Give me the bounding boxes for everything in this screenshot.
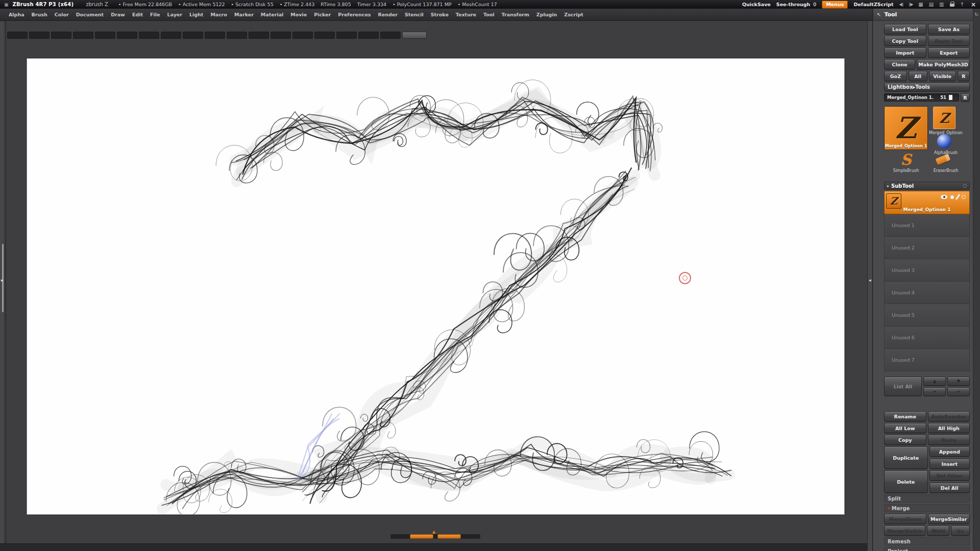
menu-item[interactable]: Macro bbox=[207, 12, 231, 17]
menu-item[interactable]: Material bbox=[257, 12, 287, 17]
menu-item[interactable]: Render bbox=[375, 12, 401, 17]
shelf-scroll-handle[interactable] bbox=[402, 32, 427, 39]
grid-icon[interactable]: ▦ bbox=[918, 2, 923, 7]
polypaint-icon[interactable] bbox=[950, 195, 954, 199]
r-button[interactable]: R bbox=[958, 71, 970, 81]
sculpt-icon[interactable] bbox=[955, 194, 960, 200]
all-low-button[interactable]: All Low bbox=[884, 423, 926, 433]
menu-item[interactable]: File bbox=[146, 12, 163, 17]
visibility-eye-icon[interactable] bbox=[941, 195, 947, 199]
quicksave-button[interactable]: QuickSave bbox=[742, 2, 771, 7]
menu-item[interactable]: Preferences bbox=[334, 12, 374, 17]
rename-button[interactable]: Rename bbox=[884, 411, 926, 421]
del-all-button[interactable]: Del All bbox=[929, 483, 970, 493]
subtool-item-unused[interactable]: Unused 4 bbox=[884, 282, 970, 304]
merge-section-header[interactable]: ▪ Merge bbox=[884, 504, 970, 512]
palette-refresh-icon[interactable]: ↻ bbox=[974, 12, 978, 17]
menu-item[interactable]: Alpha bbox=[5, 12, 28, 17]
make-polymesh3d-button[interactable]: Make PolyMesh3D bbox=[917, 59, 970, 69]
lightbox-tools-button[interactable]: Lightbox▸Tools bbox=[884, 83, 970, 91]
menu-item[interactable]: Draw bbox=[107, 12, 129, 17]
left-tray-toggle-arrow[interactable]: ▸ bbox=[1, 278, 4, 283]
see-through-slider[interactable]: See-through0 bbox=[776, 2, 817, 7]
subtool-thumbnail[interactable]: Z bbox=[886, 193, 901, 209]
menu-item[interactable]: Stroke bbox=[427, 12, 452, 17]
bottom-scroll-handle[interactable] bbox=[437, 534, 461, 539]
load-tool-button[interactable]: Load Tool bbox=[884, 24, 926, 34]
tool-item-eraserbrush[interactable] bbox=[936, 154, 951, 165]
paste-subtool-button[interactable]: Paste bbox=[928, 435, 970, 445]
tool-item-ztool[interactable]: Z bbox=[933, 107, 955, 129]
delete-button[interactable]: Delete bbox=[884, 470, 928, 493]
mergesimilar-button[interactable]: MergeSimilar bbox=[928, 514, 970, 524]
menu-item[interactable]: Document bbox=[72, 12, 107, 17]
default-zscript-button[interactable]: DefaultZScript bbox=[853, 2, 893, 7]
tool-palette-header[interactable]: ↖ Tool bbox=[873, 9, 974, 21]
import-button[interactable]: Import bbox=[884, 47, 926, 58]
subtool-menu-icon[interactable]: ○ bbox=[963, 183, 967, 188]
right-tray-toggle-arrow[interactable]: ◂ bbox=[869, 278, 871, 283]
menu-item[interactable]: Zplugin bbox=[533, 12, 561, 17]
prev-doc-icon[interactable]: ◀|| bbox=[899, 3, 903, 7]
tool-r-button[interactable]: R bbox=[961, 93, 970, 102]
paste-tool-button[interactable]: Paste Tool bbox=[928, 36, 970, 46]
next-doc-icon[interactable]: ||▶ bbox=[909, 3, 913, 7]
palette-pin-icon[interactable]: ↖ bbox=[877, 12, 881, 17]
current-tool-thumbnail[interactable]: Z Merged_Optinon 1 bbox=[884, 106, 928, 150]
menu-item[interactable]: Color bbox=[51, 12, 72, 17]
subtool-section-header[interactable]: ▸ SubTool ○ bbox=[884, 182, 970, 190]
tool-name-slider[interactable]: Merged_Optinon 1. 51 bbox=[884, 93, 959, 102]
tool-item-alphabrush[interactable] bbox=[937, 134, 951, 148]
menu-item[interactable]: Edit bbox=[129, 12, 146, 17]
bottom-tray-toggle-arrow[interactable]: ▲ bbox=[432, 530, 435, 534]
document-canvas[interactable] bbox=[27, 58, 845, 515]
copy-tool-button[interactable]: Copy Tool bbox=[884, 36, 926, 46]
menu-item[interactable]: Layer bbox=[163, 12, 186, 17]
menu-item[interactable]: Tool bbox=[480, 12, 498, 17]
project-section-header[interactable]: Project bbox=[884, 547, 970, 551]
visible-button[interactable]: Visible bbox=[929, 71, 956, 81]
split-section-header[interactable]: Split bbox=[884, 494, 970, 503]
menus-button[interactable]: Menus bbox=[822, 1, 848, 9]
tool-panel-scrollbar[interactable]: ↻ bbox=[973, 9, 980, 551]
menu-item[interactable]: Stencil bbox=[401, 12, 427, 17]
close-button[interactable]: × bbox=[971, 2, 976, 8]
save-as-button[interactable]: Save As bbox=[928, 24, 970, 34]
all-button[interactable]: All bbox=[909, 71, 927, 81]
menu-item[interactable]: Light bbox=[186, 12, 207, 17]
keyboard-icon[interactable]: ▤ bbox=[929, 2, 934, 7]
maximize-icon[interactable]: ↑ bbox=[960, 2, 964, 7]
subtool-item-unused[interactable]: Unused 6 bbox=[884, 327, 970, 349]
duplicate-button[interactable]: Duplicate bbox=[884, 446, 928, 469]
uv-button[interactable]: Uv bbox=[951, 525, 970, 536]
bottom-scroll-handle[interactable] bbox=[410, 534, 433, 539]
insert-button[interactable]: Insert bbox=[929, 459, 970, 469]
menu-item[interactable]: Zscript bbox=[560, 12, 586, 17]
subtool-item-unused[interactable]: Unused 2 bbox=[884, 237, 970, 259]
menu-item[interactable]: Brush bbox=[28, 12, 51, 17]
autoreorder-button[interactable]: AutoReorder bbox=[928, 411, 970, 421]
menu-item[interactable]: Texture bbox=[452, 12, 480, 17]
menu-item[interactable]: Movie bbox=[287, 12, 310, 17]
menu-item[interactable]: Marker bbox=[231, 12, 257, 17]
mergedown-button[interactable]: MergeDown bbox=[884, 514, 926, 524]
bottom-scrollbar[interactable]: ▲ bbox=[390, 534, 480, 539]
shift-back-button[interactable]: ↩ bbox=[947, 387, 970, 396]
tool-item-simplebrush[interactable]: S bbox=[897, 152, 915, 167]
append-button[interactable]: Append bbox=[929, 446, 970, 457]
lock-icon[interactable] bbox=[950, 4, 954, 7]
slider-handle[interactable] bbox=[949, 95, 952, 100]
mask-icon[interactable] bbox=[962, 195, 966, 199]
subtool-item-unused[interactable]: Unused 3 bbox=[884, 259, 970, 282]
goz-button[interactable]: GoZ bbox=[884, 71, 907, 81]
menu-item[interactable]: Picker bbox=[310, 12, 334, 17]
panel-icon[interactable]: ▥ bbox=[939, 2, 944, 7]
mergevisible-button[interactable]: MergeVisible bbox=[884, 525, 925, 536]
del-other-button[interactable]: Del Other bbox=[929, 470, 970, 481]
shift-forward-button[interactable]: ↪ bbox=[923, 387, 946, 396]
subtool-item-selected[interactable]: Z Merged_Optinon 1 bbox=[884, 191, 970, 214]
subtool-item-unused[interactable]: Unused 5 bbox=[884, 304, 970, 327]
remesh-section-header[interactable]: Remesh bbox=[884, 537, 970, 545]
clone-button[interactable]: Clone bbox=[884, 59, 915, 69]
list-all-button[interactable]: List All bbox=[884, 377, 922, 396]
